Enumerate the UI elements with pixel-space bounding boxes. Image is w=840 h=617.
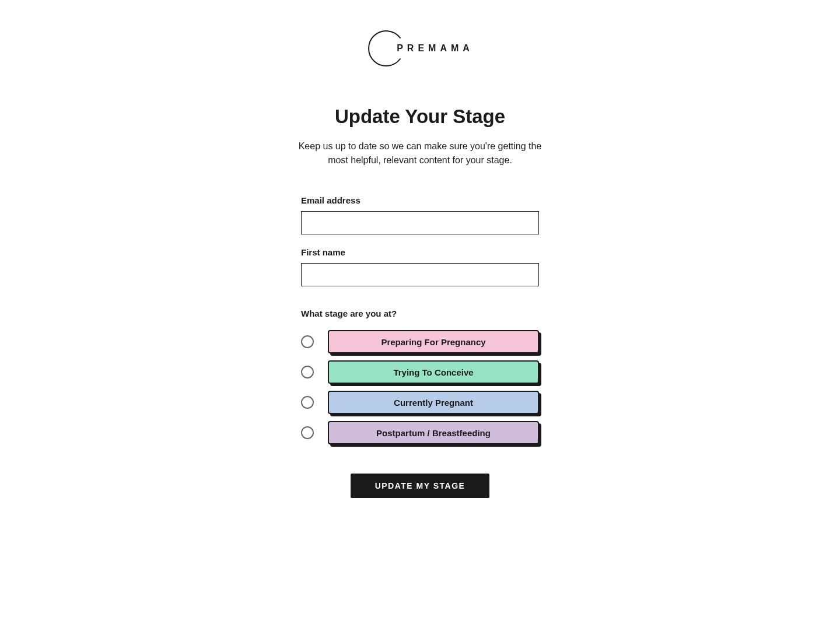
brand-logo: PREMAMA: [366, 26, 474, 71]
pill-label: Trying To Conceive: [328, 360, 539, 384]
stage-option-pregnant: Currently Pregnant: [301, 391, 539, 414]
radio-trying[interactable]: [301, 366, 314, 378]
page-title: Update Your Stage: [335, 106, 505, 128]
first-name-field-group: First name: [301, 247, 539, 286]
stage-option-trying: Trying To Conceive: [301, 360, 539, 384]
email-input[interactable]: [301, 211, 539, 234]
radio-preparing[interactable]: [301, 335, 314, 348]
submit-wrapper: UPDATE MY STAGE: [301, 474, 539, 498]
first-name-input[interactable]: [301, 263, 539, 286]
radio-postpartum[interactable]: [301, 426, 314, 439]
pill-label: Currently Pregnant: [328, 391, 539, 414]
update-stage-button[interactable]: UPDATE MY STAGE: [351, 474, 490, 498]
page-subtitle: Keep us up to date so we can make sure y…: [298, 139, 542, 167]
update-stage-form: Email address First name What stage are …: [301, 195, 539, 498]
stage-option-preparing: Preparing For Pregnancy: [301, 330, 539, 353]
logo-text: PREMAMA: [397, 43, 474, 54]
pill-label: Preparing For Pregnancy: [328, 330, 539, 353]
first-name-label: First name: [301, 247, 539, 257]
radio-pregnant[interactable]: [301, 396, 314, 409]
stage-field-group: What stage are you at? Preparing For Pre…: [301, 308, 539, 444]
stage-label: What stage are you at?: [301, 308, 539, 318]
stage-pill-preparing[interactable]: Preparing For Pregnancy: [328, 330, 539, 353]
stage-option-postpartum: Postpartum / Breastfeeding: [301, 421, 539, 444]
stage-pill-trying[interactable]: Trying To Conceive: [328, 360, 539, 384]
email-field-group: Email address: [301, 195, 539, 234]
pill-label: Postpartum / Breastfeeding: [328, 421, 539, 444]
email-label: Email address: [301, 195, 539, 205]
stage-pill-pregnant[interactable]: Currently Pregnant: [328, 391, 539, 414]
stage-pill-postpartum[interactable]: Postpartum / Breastfeeding: [328, 421, 539, 444]
